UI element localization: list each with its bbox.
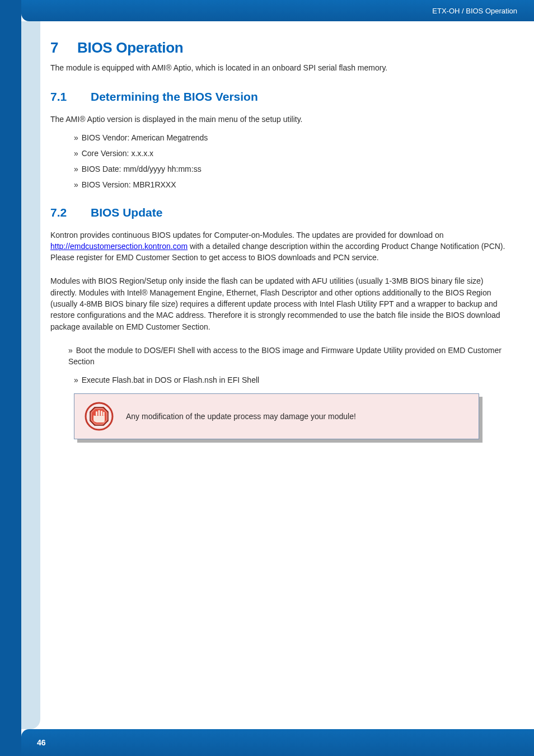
- para-text-before-link: Kontron provides continuous BIOS updates…: [50, 231, 444, 240]
- section-7-heading: 7 BIOS Operation: [50, 39, 512, 57]
- emd-customer-section-link[interactable]: http://emdcustomersection.kontron.com: [50, 242, 188, 251]
- section-72-heading: 7.2 BIOS Update: [50, 206, 512, 219]
- section-7-title: BIOS Operation: [77, 39, 183, 57]
- svg-rect-4: [99, 410, 100, 416]
- header-bar: ETX-OH / BIOS Operation: [21, 0, 534, 21]
- list-item: » BIOS Vendor: American Megatrends: [74, 133, 512, 142]
- update-steps-list: » Boot the module to DOS/EFI Shell with …: [50, 345, 512, 386]
- svg-rect-3: [96, 411, 97, 416]
- bullet-prefix: »: [74, 165, 81, 173]
- section-71-heading: 7.1 Determining the BIOS Version: [50, 90, 512, 104]
- section-72-number: 7.2: [50, 206, 91, 219]
- section-72-para1: Kontron provides continuous BIOS updates…: [50, 229, 512, 264]
- svg-rect-5: [101, 411, 102, 416]
- bullet-prefix: »: [74, 149, 81, 158]
- list-item: » BIOS Version: MBR1RXXX: [74, 180, 512, 189]
- footer-bar: 46: [21, 729, 534, 756]
- section-7-number: 7: [50, 39, 77, 57]
- section-72-title: BIOS Update: [91, 206, 162, 219]
- bios-version-list: » BIOS Vendor: American Megatrends » Cor…: [50, 133, 512, 189]
- warning-callout: Any modification of the update process m…: [74, 393, 479, 439]
- list-item: » Boot the module to DOS/EFI Shell with …: [68, 345, 512, 368]
- list-item-text: BIOS Version: MBR1RXXX: [82, 180, 176, 189]
- bullet-prefix: »: [74, 180, 81, 189]
- stop-icon: [85, 402, 114, 431]
- warning-box: Any modification of the update process m…: [74, 393, 479, 439]
- list-item-text: BIOS Date: mm/dd/yyyy hh:mm:ss: [82, 165, 202, 173]
- list-item: » Core Version: x.x.x.x: [74, 149, 512, 158]
- section-71-number: 7.1: [50, 90, 91, 104]
- section-71-title: Determining the BIOS Version: [91, 90, 258, 104]
- warning-text: Any modification of the update process m…: [126, 412, 356, 421]
- section-72-para2: Modules with BIOS Region/Setup only insi…: [50, 275, 512, 332]
- list-item-text: Execute Flash.bat in DOS or Flash.nsh in…: [82, 375, 259, 384]
- section-71-intro: The AMI® Aptio version is displayed in t…: [50, 114, 512, 125]
- bullet-prefix: »: [74, 133, 81, 142]
- list-item-text: Core Version: x.x.x.x: [82, 149, 153, 158]
- side-bar-accent: [21, 21, 40, 729]
- side-bar: [0, 0, 21, 756]
- list-item-text: Boot the module to DOS/EFI Shell with ac…: [68, 346, 502, 366]
- list-item-text: BIOS Vendor: American Megatrends: [82, 133, 208, 142]
- list-item: » Execute Flash.bat in DOS or Flash.nsh …: [68, 374, 512, 386]
- header-breadcrumb: ETX-OH / BIOS Operation: [432, 7, 517, 15]
- page-content: 7 BIOS Operation The module is equipped …: [50, 39, 512, 439]
- bullet-prefix: »: [74, 375, 81, 384]
- list-item: » BIOS Date: mm/dd/yyyy hh:mm:ss: [74, 165, 512, 173]
- bullet-prefix: »: [68, 346, 75, 355]
- page-number: 46: [37, 738, 46, 747]
- section-7-intro: The module is equipped with AMI® Aptio, …: [50, 62, 512, 73]
- svg-rect-6: [103, 412, 105, 416]
